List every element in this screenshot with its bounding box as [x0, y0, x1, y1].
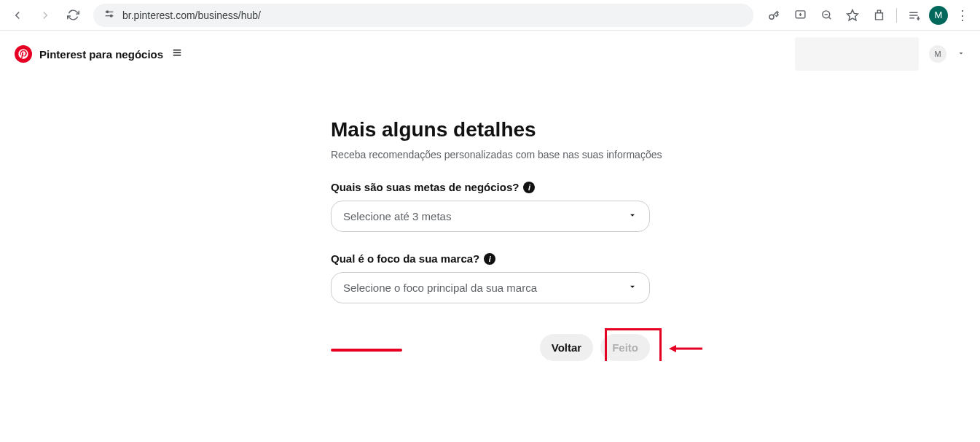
annotation-red-underline [331, 349, 402, 352]
brand-focus-label: Qual é o foco da sua marca? i [331, 252, 495, 265]
page-header: Pinterest para negócios M [0, 31, 980, 77]
hamburger-menu-icon[interactable] [172, 47, 182, 61]
browser-profile-badge[interactable]: M [929, 6, 948, 25]
browser-chrome-bar: br.pinterest.com/business/hub/ M ⋮ [0, 0, 980, 31]
svg-marker-17 [669, 345, 676, 352]
bookmark-star-icon[interactable] [841, 4, 864, 27]
goals-placeholder: Selecione até 3 metas [343, 210, 451, 222]
browser-url-bar[interactable]: br.pinterest.com/business/hub/ [93, 4, 753, 27]
site-settings-icon[interactable] [103, 8, 115, 22]
browser-menu-icon[interactable]: ⋮ [951, 4, 974, 27]
page-title: Mais alguns detalhes [331, 118, 536, 141]
info-icon[interactable]: i [523, 182, 535, 193]
svg-rect-15 [173, 55, 181, 55]
header-right: M [795, 37, 965, 71]
browser-toolbar-icons: M ⋮ [762, 4, 974, 27]
browser-url-text: br.pinterest.com/business/hub/ [122, 9, 261, 21]
account-chevron-icon[interactable] [957, 49, 965, 60]
brand-focus-label-text: Qual é o foco da sua marca? [331, 252, 479, 265]
install-app-icon[interactable] [788, 4, 812, 27]
goals-select[interactable]: Selecione até 3 metas [331, 201, 650, 232]
main-content: Mais alguns detalhes Receba recomendaçõe… [0, 77, 980, 361]
browser-refresh-button[interactable] [61, 4, 85, 27]
svg-rect-13 [173, 50, 181, 50]
redacted-area [795, 37, 919, 71]
info-icon[interactable]: i [484, 253, 495, 265]
svg-point-4 [769, 15, 774, 19]
goals-label: Quais são suas metas de negócios? i [331, 181, 535, 193]
page-subtitle: Receba recomendações personalizadas com … [331, 149, 662, 160]
actions-row: Voltar Feito [331, 334, 650, 361]
goals-label-text: Quais são suas metas de negócios? [331, 181, 519, 193]
toolbar-divider [896, 8, 897, 23]
brand-title: Pinterest para negócios [39, 48, 163, 61]
svg-line-8 [828, 17, 831, 19]
media-control-icon[interactable] [903, 4, 926, 27]
svg-rect-14 [173, 52, 181, 53]
pinterest-logo-icon[interactable] [15, 45, 32, 63]
back-button[interactable]: Voltar [540, 334, 593, 361]
done-button[interactable]: Feito [600, 334, 650, 361]
brand-focus-placeholder: Selecione o foco principal da sua marca [343, 282, 537, 294]
chevron-down-icon [627, 282, 638, 294]
password-key-icon[interactable] [762, 4, 785, 27]
user-avatar[interactable]: M [929, 45, 946, 63]
svg-point-2 [106, 11, 109, 13]
annotation-red-arrow [669, 344, 702, 357]
brand-focus-select[interactable]: Selecione o foco principal da sua marca [331, 272, 650, 303]
chevron-down-icon [627, 210, 638, 222]
browser-back-button[interactable] [6, 4, 29, 27]
browser-forward-button[interactable] [34, 4, 57, 27]
zoom-icon[interactable] [815, 4, 838, 27]
extensions-icon[interactable] [867, 4, 890, 27]
svg-point-3 [110, 15, 112, 17]
svg-marker-9 [847, 9, 858, 20]
